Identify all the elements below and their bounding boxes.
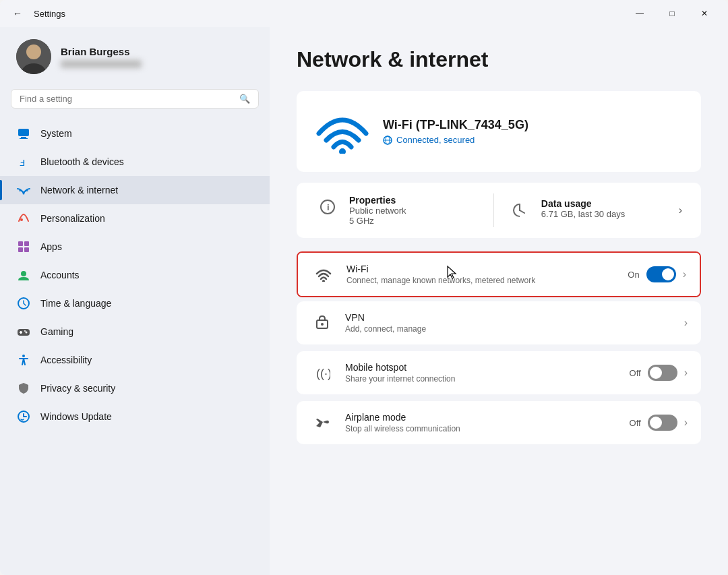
sidebar-item-privacy[interactable]: Privacy & security [0, 374, 270, 402]
sidebar-item-network[interactable]: Network & internet [0, 176, 270, 204]
sidebar-item-gaming[interactable]: Gaming [0, 317, 270, 346]
maximize-button[interactable]: □ [657, 3, 688, 24]
hotspot-item-right: Off › [630, 365, 688, 381]
hotspot-item-desc: Share your internet connection [345, 374, 619, 384]
back-button[interactable]: ← [8, 4, 27, 23]
airplane-item-right: Off › [630, 415, 688, 431]
sidebar-item-time[interactable]: Time & language [0, 289, 270, 317]
wifi-toggle[interactable] [646, 266, 676, 282]
svg-point-29 [322, 280, 325, 282]
sidebar-label-personalization: Personalization [40, 213, 105, 224]
svg-rect-10 [24, 241, 29, 246]
svg-text:i: i [327, 202, 330, 212]
wifi-icon-large [315, 104, 369, 158]
wifi-toggle-label: On [628, 270, 639, 280]
airplane-toggle[interactable] [648, 415, 677, 431]
wifi-item-right: On › [628, 266, 686, 282]
wifi-details-card[interactable]: i Properties Public network 5 GHz Data u… [297, 183, 701, 238]
personalization-icon [16, 211, 31, 226]
hotspot-toggle[interactable] [648, 365, 677, 381]
sidebar-item-update[interactable]: Windows Update [0, 402, 270, 431]
sidebar-label-apps: Apps [40, 241, 62, 252]
sidebar-item-bluetooth[interactable]: ⅎ Bluetooth & devices [0, 148, 270, 176]
wifi-small-icon [311, 262, 336, 286]
system-icon [16, 126, 31, 141]
vpn-chevron-icon: › [684, 317, 688, 329]
svg-rect-12 [24, 247, 29, 252]
sidebar-item-personalization[interactable]: Personalization [0, 204, 270, 233]
hotspot-icon: ((·)) [310, 361, 334, 385]
hotspot-item-title: Mobile hotspot [345, 362, 619, 373]
sidebar-item-system[interactable]: System [0, 119, 270, 148]
svg-rect-5 [20, 138, 28, 139]
wifi-item-desc: Connect, manage known networks, metered … [346, 276, 617, 285]
svg-rect-9 [18, 241, 23, 246]
svg-point-13 [21, 271, 26, 276]
svg-rect-17 [20, 332, 22, 333]
sidebar-label-accounts: Accounts [40, 270, 80, 280]
wifi-status-text: Connected, secured [396, 135, 475, 145]
minimize-button[interactable]: — [624, 3, 655, 24]
wifi-chevron-icon: › [683, 268, 686, 280]
svg-point-7 [23, 193, 25, 195]
titlebar-left: ← Settings [8, 4, 65, 23]
chevron-right-icon: › [679, 204, 682, 216]
airplane-toggle-label: Off [630, 418, 641, 428]
svg-point-19 [24, 330, 26, 332]
vpn-item-title: VPN [345, 312, 673, 323]
sidebar-item-apps[interactable]: Apps [0, 233, 270, 261]
data-usage-label: Data usage [541, 198, 625, 209]
svg-point-8 [20, 218, 23, 221]
svg-point-18 [26, 332, 28, 334]
data-usage-value: 6.71 GB, last 30 days [541, 209, 625, 219]
detail-divider [493, 193, 494, 227]
search-box[interactable]: 🔍 [11, 89, 259, 109]
hotspot-item-text: Mobile hotspot Share your internet conne… [345, 362, 619, 384]
airplane-card: Airplane mode Stop all wireless communic… [297, 401, 701, 444]
vpn-icon [310, 311, 334, 335]
sidebar-label-system: System [40, 128, 72, 139]
data-usage-item: Data usage 6.71 GB, last 30 days [508, 198, 672, 222]
app-title: Settings [34, 9, 65, 19]
svg-point-20 [22, 355, 25, 357]
settings-item-wifi[interactable]: Wi-Fi Connect, manage known networks, me… [298, 253, 700, 296]
hotspot-toggle-knob [650, 367, 662, 379]
svg-point-22 [339, 148, 346, 154]
sidebar-item-accessibility[interactable]: Accessibility [0, 346, 270, 374]
vpn-item-desc: Add, connect, manage [345, 324, 673, 334]
sidebar-item-accounts[interactable]: Accounts [0, 261, 270, 289]
page-title: Network & internet [297, 47, 701, 72]
airplane-toggle-knob [650, 417, 662, 429]
hotspot-chevron-icon: › [684, 367, 688, 379]
info-icon: i [315, 195, 340, 219]
time-icon [16, 296, 31, 311]
properties-item: i Properties Public network 5 GHz [315, 195, 480, 226]
sidebar-label-time: Time & language [40, 298, 111, 309]
settings-window: ← Settings — □ ✕ [0, 0, 728, 575]
accounts-icon [16, 268, 31, 282]
sidebar-label-accessibility: Accessibility [40, 355, 92, 365]
content-area: Network & internet Wi- [270, 27, 728, 575]
user-email-blur [61, 60, 142, 68]
airplane-icon [310, 411, 334, 435]
titlebar: ← Settings — □ ✕ [0, 0, 728, 27]
wifi-item-wrapper: Wi-Fi Connect, manage known networks, me… [297, 251, 701, 297]
svg-rect-11 [18, 247, 23, 252]
accessibility-icon [16, 353, 31, 367]
properties-line1: Public network [349, 206, 406, 216]
data-usage-text: Data usage 6.71 GB, last 30 days [541, 198, 625, 219]
close-button[interactable]: ✕ [689, 3, 720, 24]
update-icon [16, 409, 31, 424]
settings-item-vpn[interactable]: VPN Add, connect, manage › [297, 301, 701, 344]
nav-list: System ⅎ Bluetooth & devices [0, 117, 270, 433]
airplane-item-title: Airplane mode [345, 412, 619, 423]
settings-item-airplane[interactable]: Airplane mode Stop all wireless communic… [297, 401, 701, 444]
search-input[interactable] [20, 94, 234, 104]
bluetooth-icon: ⅎ [16, 154, 31, 169]
sidebar-label-gaming: Gaming [40, 326, 73, 337]
window-controls: — □ ✕ [624, 3, 720, 24]
hotspot-toggle-label: Off [630, 368, 641, 378]
airplane-item-text: Airplane mode Stop all wireless communic… [345, 412, 619, 433]
settings-item-hotspot[interactable]: ((·)) Mobile hotspot Share your internet… [297, 351, 701, 394]
vpn-item-right: › [684, 317, 688, 329]
